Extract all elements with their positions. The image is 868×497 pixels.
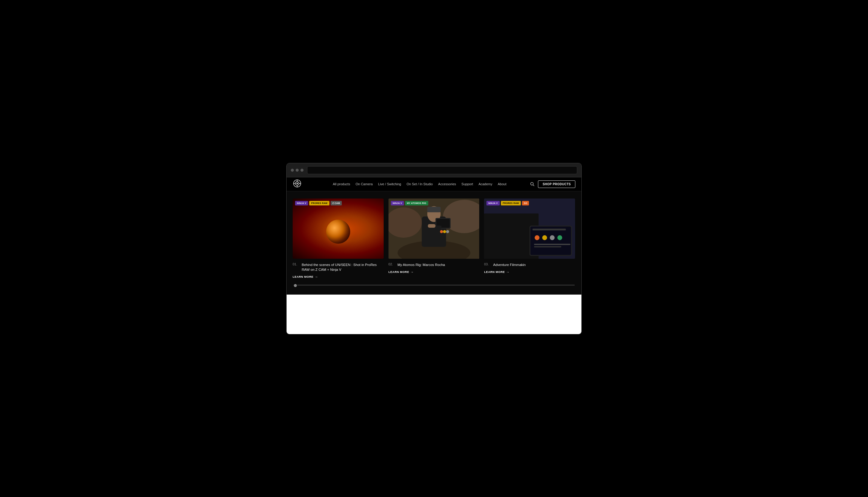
card-1-visual bbox=[293, 199, 384, 259]
svg-line-8 bbox=[533, 185, 534, 186]
card-2-info: 02. My Atomos Rig: Marcos Rocha LEARN MO… bbox=[389, 259, 479, 274]
svg-point-21 bbox=[446, 230, 449, 233]
nav-support[interactable]: Support bbox=[461, 182, 473, 186]
tag-ninja-v-2: NINJA V bbox=[391, 201, 404, 205]
learn-more-label-2: LEARN MORE bbox=[389, 270, 409, 273]
card-1: NINJA V PRORES RAW Z CAM 01. Behind the … bbox=[293, 199, 384, 279]
svg-point-2 bbox=[297, 183, 298, 184]
card-1-learn-more[interactable]: LEARN MORE → bbox=[293, 275, 384, 279]
browser-dots bbox=[291, 169, 304, 172]
svg-point-31 bbox=[558, 235, 562, 240]
card-3-info: 03. Adventure Filmmakin LEARN MORE → bbox=[484, 259, 575, 274]
cards-row: NINJA V PRORES RAW Z CAM 01. Behind the … bbox=[293, 199, 575, 279]
svg-point-29 bbox=[542, 235, 547, 240]
browser-chrome bbox=[286, 163, 582, 178]
nav-about[interactable]: About bbox=[498, 182, 507, 186]
card-3-title: Adventure Filmmakin bbox=[493, 262, 526, 267]
card-2-image: NINJA V MY ATOMOS RIG bbox=[389, 199, 479, 259]
scrollbar-track[interactable] bbox=[293, 285, 575, 286]
card-1-number: 01. bbox=[293, 262, 300, 266]
dot-1 bbox=[291, 169, 294, 172]
card-3-tags: NINJA V PRORES RAW SO bbox=[487, 201, 529, 205]
navigation: All products On Camera Live / Switching … bbox=[286, 178, 582, 191]
card-3-learn-more[interactable]: LEARN MORE → bbox=[484, 270, 575, 274]
learn-more-label-1: LEARN MORE bbox=[293, 275, 313, 278]
card-2-title: My Atomos Rig: Marcos Rocha bbox=[397, 262, 445, 267]
card-2-title-row: 02. My Atomos Rig: Marcos Rocha bbox=[389, 262, 479, 267]
card-1-info: 01. Behind the scenes of UN/SEEN : Shot … bbox=[293, 259, 384, 279]
logo[interactable] bbox=[293, 179, 302, 189]
learn-more-arrow-1: → bbox=[314, 275, 318, 279]
tag-ninja-v-3: NINJA V bbox=[487, 201, 500, 205]
nav-right: SHOP PRODUCTS bbox=[530, 181, 575, 188]
svg-rect-34 bbox=[533, 229, 566, 230]
shop-products-button[interactable]: SHOP PRODUCTS bbox=[538, 181, 575, 188]
dot-3 bbox=[300, 169, 304, 172]
svg-rect-15 bbox=[427, 207, 440, 212]
nav-live-switching[interactable]: Live / Switching bbox=[378, 182, 401, 186]
learn-more-arrow-3: → bbox=[506, 270, 510, 274]
svg-rect-23 bbox=[435, 225, 441, 228]
card-2: NINJA V MY ATOMOS RIG 02. My Atomos Rig:… bbox=[389, 199, 479, 279]
scrollbar-thumb[interactable] bbox=[293, 283, 297, 288]
card-3: NINJA V PRORES RAW SO 03. Adventure Film… bbox=[484, 199, 575, 279]
tag-prores-raw-1: PRORES RAW bbox=[309, 201, 329, 205]
browser-window: All products On Camera Live / Switching … bbox=[286, 163, 582, 334]
tag-my-atomos-rig: MY ATOMOS RIG bbox=[405, 201, 428, 205]
nav-accessories[interactable]: Accessories bbox=[438, 182, 456, 186]
svg-point-28 bbox=[535, 235, 540, 240]
learn-more-arrow-2: → bbox=[410, 270, 414, 274]
card-1-title-row: 01. Behind the scenes of UN/SEEN : Shot … bbox=[293, 262, 384, 272]
dot-2 bbox=[296, 169, 299, 172]
card-3-image: NINJA V PRORES RAW SO bbox=[484, 199, 575, 259]
nav-all-products[interactable]: All products bbox=[333, 182, 350, 186]
card-3-number: 03. bbox=[484, 262, 491, 266]
nav-academy[interactable]: Academy bbox=[479, 182, 492, 186]
tag-prores-raw-3: PRORES RAW bbox=[501, 201, 521, 205]
card-1-title: Behind the scenes of UN/SEEN : Shot in P… bbox=[302, 262, 384, 272]
card-3-title-row: 03. Adventure Filmmakin bbox=[484, 262, 575, 267]
nav-on-camera[interactable]: On Camera bbox=[356, 182, 373, 186]
svg-rect-27 bbox=[530, 226, 571, 255]
tag-ninja-v-1: NINJA V bbox=[295, 201, 308, 205]
svg-rect-33 bbox=[534, 246, 561, 247]
card-2-number: 02. bbox=[389, 262, 396, 266]
card-2-visual bbox=[389, 199, 479, 259]
learn-more-label-3: LEARN MORE bbox=[484, 270, 505, 273]
website-content: All products On Camera Live / Switching … bbox=[286, 178, 582, 334]
tag-zcam: Z CAM bbox=[331, 201, 342, 205]
address-bar[interactable] bbox=[307, 166, 577, 174]
card-2-learn-more[interactable]: LEARN MORE → bbox=[389, 270, 479, 274]
sphere-visual bbox=[326, 219, 350, 244]
tag-so: SO bbox=[522, 201, 529, 205]
search-button[interactable] bbox=[530, 182, 534, 186]
card-3-visual bbox=[484, 199, 575, 259]
svg-rect-32 bbox=[534, 244, 571, 245]
svg-rect-22 bbox=[428, 224, 435, 227]
nav-links: All products On Camera Live / Switching … bbox=[309, 182, 530, 186]
card-1-tags: NINJA V PRORES RAW Z CAM bbox=[295, 201, 342, 205]
main-content: NINJA V PRORES RAW Z CAM 01. Behind the … bbox=[286, 191, 582, 295]
svg-point-19 bbox=[440, 230, 443, 233]
card-2-tags: NINJA V MY ATOMOS RIG bbox=[391, 201, 428, 205]
nav-on-set-studio[interactable]: On Set / In Studio bbox=[407, 182, 433, 186]
scrollbar-area bbox=[293, 285, 575, 286]
card-1-image: NINJA V PRORES RAW Z CAM bbox=[293, 199, 384, 259]
svg-point-30 bbox=[550, 235, 555, 240]
svg-point-20 bbox=[443, 230, 446, 233]
